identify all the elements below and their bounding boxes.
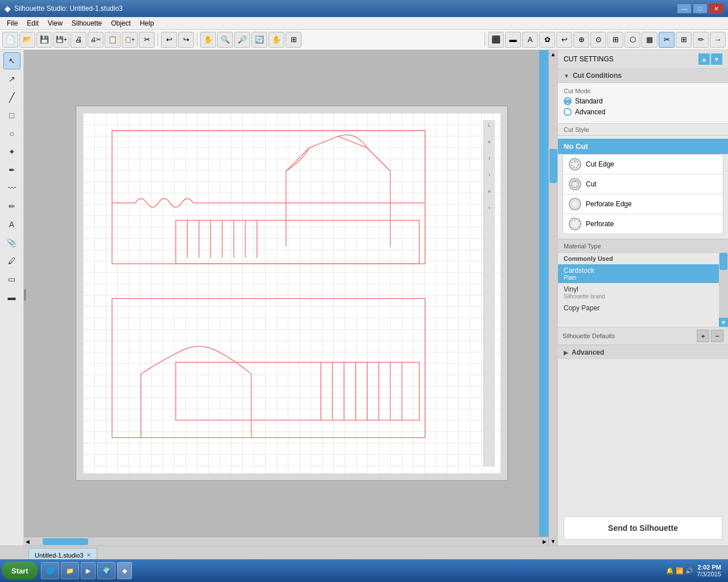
save-button[interactable]: 💾	[36, 32, 52, 48]
start-button[interactable]: Start	[2, 562, 38, 580]
standard-mode-row[interactable]: Standard	[564, 97, 722, 105]
svg-rect-0	[112, 131, 425, 264]
advanced-section-header[interactable]: ▶ Advanced	[558, 344, 728, 359]
offset-button[interactable]: ⊙	[590, 32, 606, 48]
select-tool[interactable]: ↖	[3, 52, 20, 69]
paste-button[interactable]: 📋+	[122, 32, 138, 48]
minimize-button[interactable]: —	[677, 3, 692, 14]
advanced-arrow-icon: ▶	[564, 350, 568, 356]
line-tool[interactable]: ╱	[3, 89, 20, 106]
material-cardstock[interactable]: Cardstock Plain	[558, 264, 728, 283]
perforate-option[interactable]: Perforate	[563, 214, 723, 234]
menu-file[interactable]: File	[2, 18, 22, 28]
scroll-thumb-horizontal[interactable]	[43, 538, 88, 545]
open-button[interactable]: 📂	[19, 32, 35, 48]
zoom-in-button[interactable]: 🔍	[217, 32, 233, 48]
no-cut-option[interactable]: No Cut	[558, 139, 728, 154]
standard-radio[interactable]	[564, 97, 572, 105]
print-cut-button[interactable]: 🖨✂	[88, 32, 104, 48]
taskbar: Start 🌐 📁 ▶ 🌍 ◆ 🔔 📶 🔊 2:02 PM 7/3/2015	[0, 559, 728, 582]
send-button[interactable]: →	[710, 32, 726, 48]
advanced-mode-row[interactable]: Advanced	[564, 108, 722, 116]
material-vinyl[interactable]: Vinyl Silhouette brand	[558, 283, 728, 302]
rotate-button[interactable]: 🔄	[251, 32, 267, 48]
material-copy-paper[interactable]: Copy Paper	[558, 302, 728, 314]
taskbar-media-player[interactable]: ▶	[81, 562, 96, 579]
zoom-fit-button[interactable]: ✋	[200, 32, 216, 48]
maximize-button[interactable]: □	[693, 3, 708, 14]
polygon-tool[interactable]: ✦	[3, 143, 20, 160]
clip-tool[interactable]: 📎	[3, 234, 20, 251]
scroll-arrow-left[interactable]: ◀	[24, 539, 31, 544]
panel-nav-up[interactable]: ▲	[698, 53, 710, 65]
select-lasso-tool[interactable]: ↗	[3, 70, 20, 88]
zoom-out-button[interactable]: 🔎	[234, 32, 250, 48]
taskbar-explorer[interactable]: 📁	[61, 562, 79, 579]
panel-nav-down[interactable]: ▼	[711, 53, 722, 65]
advanced-radio[interactable]	[564, 108, 572, 116]
flower-button[interactable]: ✿	[539, 32, 555, 48]
align-center-button[interactable]: ▬	[505, 32, 521, 48]
menu-object[interactable]: Object	[106, 18, 135, 28]
canvas-area[interactable]: ◀	[24, 50, 557, 546]
eraser-button[interactable]: ⬡	[624, 32, 640, 48]
sketch-tool[interactable]: ✏	[3, 198, 20, 215]
cut-button[interactable]: ✂	[139, 32, 155, 48]
scroll-arrow-down[interactable]: ▼	[549, 537, 557, 546]
perforate-edge-option[interactable]: Perforate Edge	[563, 194, 723, 214]
align-left-button[interactable]: ⬛	[488, 32, 504, 48]
cut-edge-option[interactable]: Cut Edge	[563, 155, 723, 174]
fill-tool[interactable]: 🖊	[3, 252, 20, 269]
save-as-button[interactable]: 💾+	[53, 32, 69, 48]
cut-design	[83, 113, 500, 478]
copy-button[interactable]: 📋	[105, 32, 121, 48]
canvas-scroll-vertical[interactable]: ▲ ▼	[548, 50, 557, 546]
menu-view[interactable]: View	[43, 18, 67, 28]
pattern-fill-tool[interactable]: ▬	[3, 289, 20, 306]
material-scroll-down[interactable]: ▼	[719, 318, 728, 327]
grid-view-button[interactable]: ⊞	[676, 32, 692, 48]
replicate-button[interactable]: ↩	[556, 32, 572, 48]
hand-tool[interactable]: ✋	[268, 32, 284, 48]
cut-option[interactable]: Cut	[563, 174, 723, 194]
material-add-button[interactable]: +	[697, 330, 709, 342]
transform-button[interactable]: ⊞	[607, 32, 623, 48]
material-remove-button[interactable]: −	[711, 330, 723, 342]
taskbar-chrome[interactable]: 🌍	[97, 562, 115, 579]
point-edit-button[interactable]: ✏	[693, 32, 709, 48]
scroll-arrow-up[interactable]: ▲	[549, 50, 557, 59]
menu-silhouette[interactable]: Silhouette	[67, 18, 106, 28]
text-button[interactable]: A	[522, 32, 538, 48]
ellipse-tool[interactable]: ○	[3, 125, 20, 142]
cut-conditions-header[interactable]: ▼ Cut Conditions	[558, 69, 728, 83]
undo-button[interactable]: ↩	[161, 32, 177, 48]
pen-tool[interactable]: ✒	[3, 161, 20, 178]
taskbar-silhouette[interactable]: ◆	[117, 562, 132, 579]
fill-button[interactable]: ▦	[642, 32, 657, 48]
material-scroll-thumb[interactable]	[719, 253, 727, 270]
canvas-scroll-horizontal[interactable]: ◀ ▶	[24, 537, 548, 546]
scroll-arrow-right[interactable]: ▶	[541, 539, 548, 544]
rect-tool[interactable]: □	[3, 107, 20, 124]
print-button[interactable]: 🖨	[71, 32, 86, 48]
material-list-scroll[interactable]: ▼	[719, 253, 728, 327]
material-cardstock-sub: Plain	[564, 275, 722, 281]
taskbar-ie[interactable]: 🌐	[41, 562, 59, 579]
menu-edit[interactable]: Edit	[22, 18, 43, 28]
extra-tool[interactable]: ⊞	[286, 32, 301, 48]
tab-close-icon[interactable]: ✕	[86, 552, 91, 558]
text-tool[interactable]: A	[3, 216, 20, 233]
cut-settings-button[interactable]: ✂	[659, 32, 675, 48]
perforate-edge-icon	[569, 198, 581, 210]
new-button[interactable]: 📄	[2, 32, 18, 48]
solid-fill-tool[interactable]: ▭	[3, 271, 20, 288]
weld-button[interactable]: ⊕	[573, 32, 589, 48]
scroll-thumb-vertical[interactable]	[549, 149, 557, 183]
send-to-silhouette-button[interactable]: Send to Silhouette	[564, 516, 722, 540]
menu-help[interactable]: Help	[135, 18, 159, 28]
bezier-tool[interactable]: 〰	[3, 180, 20, 197]
advanced-section-label: Advanced	[572, 348, 604, 356]
close-button[interactable]: ✕	[709, 3, 723, 14]
redo-button[interactable]: ↪	[178, 32, 194, 48]
panel-expand-button[interactable]	[539, 50, 548, 546]
